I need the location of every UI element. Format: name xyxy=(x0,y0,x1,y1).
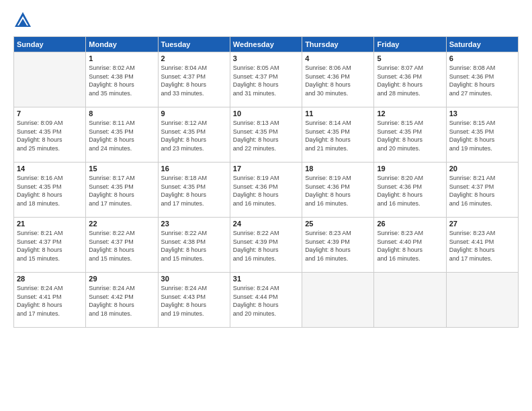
day-number: 7 xyxy=(17,109,83,118)
day-number: 10 xyxy=(233,109,299,118)
day-info: Sunrise: 8:23 AMSunset: 4:39 PMDaylight:… xyxy=(305,229,371,263)
day-info: Sunrise: 8:11 AMSunset: 4:35 PMDaylight:… xyxy=(89,119,154,152)
weekday-header-thursday: Thursday xyxy=(302,37,374,52)
day-info: Sunrise: 8:07 AMSunset: 4:36 PMDaylight:… xyxy=(377,64,443,97)
calendar-cell xyxy=(14,52,86,107)
calendar-cell: 23Sunrise: 8:22 AMSunset: 4:38 PMDayligh… xyxy=(158,218,230,273)
day-info: Sunrise: 8:19 AMSunset: 4:36 PMDaylight:… xyxy=(233,174,299,208)
day-number: 9 xyxy=(161,109,227,118)
day-number: 30 xyxy=(161,275,227,283)
day-number: 1 xyxy=(89,54,154,62)
day-number: 14 xyxy=(17,165,83,173)
day-info: Sunrise: 8:15 AMSunset: 4:35 PMDaylight:… xyxy=(449,119,515,152)
calendar-cell: 3Sunrise: 8:05 AMSunset: 4:37 PMDaylight… xyxy=(230,52,302,107)
day-info: Sunrise: 8:21 AMSunset: 4:37 PMDaylight:… xyxy=(449,174,515,208)
logo-icon xyxy=(13,11,32,30)
calendar-cell: 20Sunrise: 8:21 AMSunset: 4:37 PMDayligh… xyxy=(446,163,518,218)
day-number: 4 xyxy=(305,54,371,62)
calendar-cell: 25Sunrise: 8:23 AMSunset: 4:39 PMDayligh… xyxy=(302,218,374,273)
calendar-cell: 29Sunrise: 8:24 AMSunset: 4:42 PMDayligh… xyxy=(86,273,158,328)
day-info: Sunrise: 8:23 AMSunset: 4:40 PMDaylight:… xyxy=(377,229,443,263)
calendar-cell: 15Sunrise: 8:17 AMSunset: 4:35 PMDayligh… xyxy=(86,163,158,218)
calendar-cell: 8Sunrise: 8:11 AMSunset: 4:35 PMDaylight… xyxy=(86,107,158,163)
calendar-cell: 2Sunrise: 8:04 AMSunset: 4:37 PMDaylight… xyxy=(158,52,230,107)
day-info: Sunrise: 8:13 AMSunset: 4:35 PMDaylight:… xyxy=(233,119,299,152)
day-number: 3 xyxy=(233,54,299,62)
header xyxy=(13,11,519,30)
day-number: 21 xyxy=(17,220,83,228)
day-info: Sunrise: 8:06 AMSunset: 4:36 PMDaylight:… xyxy=(305,64,371,97)
day-info: Sunrise: 8:05 AMSunset: 4:37 PMDaylight:… xyxy=(233,64,299,97)
day-number: 29 xyxy=(89,275,154,283)
week-row-3: 21Sunrise: 8:21 AMSunset: 4:37 PMDayligh… xyxy=(14,218,519,273)
weekday-header-tuesday: Tuesday xyxy=(158,37,230,52)
day-info: Sunrise: 8:18 AMSunset: 4:35 PMDaylight:… xyxy=(161,174,227,208)
calendar-cell: 6Sunrise: 8:08 AMSunset: 4:36 PMDaylight… xyxy=(446,52,518,107)
day-info: Sunrise: 8:22 AMSunset: 4:37 PMDaylight:… xyxy=(89,229,154,263)
day-info: Sunrise: 8:12 AMSunset: 4:35 PMDaylight:… xyxy=(161,119,227,152)
week-row-4: 28Sunrise: 8:24 AMSunset: 4:41 PMDayligh… xyxy=(14,273,519,328)
day-info: Sunrise: 8:24 AMSunset: 4:42 PMDaylight:… xyxy=(89,284,154,318)
day-info: Sunrise: 8:15 AMSunset: 4:35 PMDaylight:… xyxy=(377,119,443,152)
calendar-cell: 4Sunrise: 8:06 AMSunset: 4:36 PMDaylight… xyxy=(302,52,374,107)
day-number: 11 xyxy=(305,109,371,118)
weekday-header-saturday: Saturday xyxy=(446,37,518,52)
calendar-cell xyxy=(374,273,446,328)
day-number: 16 xyxy=(161,165,227,173)
day-info: Sunrise: 8:23 AMSunset: 4:41 PMDaylight:… xyxy=(449,229,515,263)
day-number: 31 xyxy=(233,275,299,283)
calendar-cell xyxy=(302,273,374,328)
calendar-cell: 31Sunrise: 8:24 AMSunset: 4:44 PMDayligh… xyxy=(230,273,302,328)
weekday-header-wednesday: Wednesday xyxy=(230,37,302,52)
calendar-cell: 22Sunrise: 8:22 AMSunset: 4:37 PMDayligh… xyxy=(86,218,158,273)
day-info: Sunrise: 8:22 AMSunset: 4:39 PMDaylight:… xyxy=(233,229,299,263)
calendar-cell: 11Sunrise: 8:14 AMSunset: 4:35 PMDayligh… xyxy=(302,107,374,163)
day-number: 8 xyxy=(89,109,154,118)
calendar-cell: 19Sunrise: 8:20 AMSunset: 4:36 PMDayligh… xyxy=(374,163,446,218)
day-number: 24 xyxy=(233,220,299,228)
day-info: Sunrise: 8:17 AMSunset: 4:35 PMDaylight:… xyxy=(89,174,154,208)
day-info: Sunrise: 8:09 AMSunset: 4:35 PMDaylight:… xyxy=(17,119,83,152)
day-info: Sunrise: 8:24 AMSunset: 4:43 PMDaylight:… xyxy=(161,284,227,318)
week-row-1: 7Sunrise: 8:09 AMSunset: 4:35 PMDaylight… xyxy=(14,107,519,163)
day-info: Sunrise: 8:16 AMSunset: 4:35 PMDaylight:… xyxy=(17,174,83,208)
week-row-0: 1Sunrise: 8:02 AMSunset: 4:38 PMDaylight… xyxy=(14,52,519,107)
day-info: Sunrise: 8:02 AMSunset: 4:38 PMDaylight:… xyxy=(89,64,154,97)
calendar-cell: 26Sunrise: 8:23 AMSunset: 4:40 PMDayligh… xyxy=(374,218,446,273)
day-info: Sunrise: 8:24 AMSunset: 4:44 PMDaylight:… xyxy=(233,284,299,318)
logo xyxy=(13,11,35,30)
day-info: Sunrise: 8:19 AMSunset: 4:36 PMDaylight:… xyxy=(305,174,371,208)
calendar-cell: 28Sunrise: 8:24 AMSunset: 4:41 PMDayligh… xyxy=(14,273,86,328)
week-row-2: 14Sunrise: 8:16 AMSunset: 4:35 PMDayligh… xyxy=(14,163,519,218)
day-info: Sunrise: 8:24 AMSunset: 4:41 PMDaylight:… xyxy=(17,284,83,318)
day-info: Sunrise: 8:21 AMSunset: 4:37 PMDaylight:… xyxy=(17,229,83,263)
calendar-cell: 13Sunrise: 8:15 AMSunset: 4:35 PMDayligh… xyxy=(446,107,518,163)
calendar-cell: 16Sunrise: 8:18 AMSunset: 4:35 PMDayligh… xyxy=(158,163,230,218)
day-number: 26 xyxy=(377,220,443,228)
day-number: 23 xyxy=(161,220,227,228)
day-number: 22 xyxy=(89,220,154,228)
calendar-cell: 30Sunrise: 8:24 AMSunset: 4:43 PMDayligh… xyxy=(158,273,230,328)
day-number: 20 xyxy=(449,165,515,173)
day-number: 13 xyxy=(449,109,515,118)
weekday-header-friday: Friday xyxy=(374,37,446,52)
day-info: Sunrise: 8:14 AMSunset: 4:35 PMDaylight:… xyxy=(305,119,371,152)
day-number: 6 xyxy=(449,54,515,62)
day-number: 27 xyxy=(449,220,515,228)
calendar-cell: 21Sunrise: 8:21 AMSunset: 4:37 PMDayligh… xyxy=(14,218,86,273)
page: SundayMondayTuesdayWednesdayThursdayFrid… xyxy=(0,0,532,411)
day-number: 28 xyxy=(17,275,83,283)
calendar-cell: 27Sunrise: 8:23 AMSunset: 4:41 PMDayligh… xyxy=(446,218,518,273)
day-number: 12 xyxy=(377,109,443,118)
day-info: Sunrise: 8:20 AMSunset: 4:36 PMDaylight:… xyxy=(377,174,443,208)
calendar-cell: 7Sunrise: 8:09 AMSunset: 4:35 PMDaylight… xyxy=(14,107,86,163)
calendar-cell: 5Sunrise: 8:07 AMSunset: 4:36 PMDaylight… xyxy=(374,52,446,107)
day-number: 18 xyxy=(305,165,371,173)
calendar-cell: 12Sunrise: 8:15 AMSunset: 4:35 PMDayligh… xyxy=(374,107,446,163)
day-info: Sunrise: 8:04 AMSunset: 4:37 PMDaylight:… xyxy=(161,64,227,97)
weekday-header-sunday: Sunday xyxy=(14,37,86,52)
day-number: 15 xyxy=(89,165,154,173)
calendar-table: SundayMondayTuesdayWednesdayThursdayFrid… xyxy=(13,36,519,328)
calendar-cell: 9Sunrise: 8:12 AMSunset: 4:35 PMDaylight… xyxy=(158,107,230,163)
calendar-cell: 1Sunrise: 8:02 AMSunset: 4:38 PMDaylight… xyxy=(86,52,158,107)
